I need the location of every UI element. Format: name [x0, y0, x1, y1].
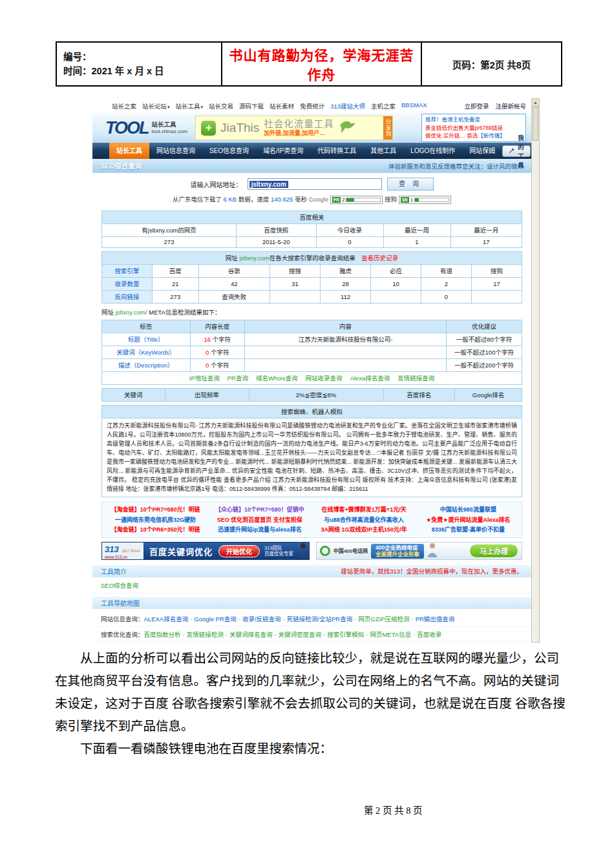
scrollbar-up-button[interactable]: ▲: [532, 99, 539, 107]
meta-tag-cell[interactable]: 描述（Description）: [102, 358, 191, 371]
nav-tab[interactable]: 域名/IP类查询: [256, 143, 310, 159]
text-ad-link[interactable]: 【淘金链】10个PR7=580元！明链: [103, 505, 207, 515]
baidu-value-cell: 1: [383, 236, 450, 247]
text-ad-link[interactable]: 与u88合作将高流量化作高收入: [312, 515, 416, 525]
nav-tab[interactable]: 其他工具: [363, 143, 403, 159]
login-link[interactable]: 立即登录: [464, 101, 489, 110]
nav-tab[interactable]: SEO信息查询: [202, 143, 256, 159]
banner-313-seo[interactable]: 313 SEO TEAM www.313.cn 百度关键词优化 开始优化 313…: [101, 542, 310, 560]
meta-footer-link[interactable]: 友情链接查询: [397, 375, 434, 382]
tool-link[interactable]: 死链接检测/全站PR查询: [287, 615, 352, 623]
text-ad-link[interactable]: 【众心链】10个PR7=580！促销中: [207, 505, 312, 515]
text-ad-link[interactable]: 【淘金链】10个PR6=350元！明链: [103, 525, 207, 535]
meta-header-cell: 标签: [102, 320, 191, 333]
meta-caption-domain[interactable]: jsltxny.com/: [116, 309, 147, 316]
topnav-link[interactable]: 站长工具▾: [176, 101, 204, 110]
sogou-rank-widget: SR 1: [399, 196, 451, 204]
register-link[interactable]: 注册新帐号: [495, 101, 526, 110]
topnav-link[interactable]: 主机之家: [371, 101, 396, 110]
operator-photo: [427, 542, 438, 560]
text-ad-link[interactable]: 8336广告联盟-高单价不扣量: [416, 525, 520, 535]
topnav-link[interactable]: 站长之家: [112, 101, 136, 110]
tool-link[interactable]: 网页GZIP压缩检测: [358, 615, 409, 623]
tool-link[interactable]: 关键词密度查询: [279, 631, 322, 638]
separator: -: [411, 615, 413, 623]
tool-link[interactable]: Google PR查询: [194, 615, 236, 623]
share-ribbon[interactable]: 分享到: [383, 116, 392, 140]
main-navbar: 站长工具网站信息查询SEO信息查询域名/IP类查询代码转换工具其他工具LOGO在…: [92, 143, 531, 159]
meta-footer-link[interactable]: PR查询: [228, 375, 248, 382]
topnav-link[interactable]: 站长论坛▾: [142, 101, 170, 110]
meta-content-cell: [245, 346, 447, 358]
meta-footer-link[interactable]: 域名Whois查询: [256, 375, 297, 382]
text-ad-link[interactable]: ★免费★提升网站流量Alexa排名: [416, 515, 520, 525]
query-button[interactable]: 查 询: [387, 178, 434, 191]
tool-link[interactable]: 百度指数分析: [144, 631, 181, 638]
text-ad-link[interactable]: 一通网络东莞电信机房32G硬防: [103, 515, 207, 525]
meta-tag-cell[interactable]: 关键词（KeyWords）: [102, 346, 191, 358]
tool-link-row: 网站信息查询：ALEXA排名查询-Google PR查询-收录/反链查询-死链接…: [92, 611, 531, 626]
scrollbar[interactable]: ▲: [531, 98, 540, 643]
nav-tab[interactable]: LOGO在线制作: [403, 143, 462, 159]
topnav-link[interactable]: 313建站大师: [330, 101, 365, 110]
tool-intro-label[interactable]: 工具简介: [101, 566, 127, 576]
text-ad-link[interactable]: 迅速提升网站ip流量与alexa排名: [207, 525, 312, 535]
engine-title-domain[interactable]: jsltxny.com: [239, 254, 269, 262]
text-ad-link[interactable]: SEO 优化到百度首页 支付宝担保: [207, 515, 312, 525]
engine-name-cell: 必应: [371, 264, 421, 277]
baidu-header-cell: 今日收录: [316, 223, 383, 236]
promo-box[interactable]: 推荐！香港主机免备案 黄金链低价出售大量pr6789链接 做优化 买外链… 首选…: [421, 114, 526, 142]
tool-intro-ad[interactable]: 建站更简单，就找313！全国分销商招募中，现在加入，更多优惠。: [341, 566, 523, 575]
meta-footer-link[interactable]: Alexa排名查询: [350, 375, 390, 382]
tool-link-row: 搜索优化查询：百度指数分析-友情链接检测-关键词排名查询-关键词密度查询-搜索引…: [92, 626, 531, 642]
topnav-link[interactable]: 免费统计: [300, 101, 324, 110]
seo-query-link[interactable]: SEO综合查询: [92, 577, 531, 594]
meta-data-row: 标题（Title）16 个字符江苏力天新能源科技股份有限公司-一般不超过80个字…: [102, 333, 522, 346]
nav-map-label[interactable]: 工具导航地图: [101, 598, 140, 608]
tool-link[interactable]: 友情链接检测: [187, 631, 224, 638]
tool-link[interactable]: PR输出值查询: [416, 615, 455, 623]
engine-header-row: 搜索引擎百度谷歌搜搜雅虎必应有道搜狗: [102, 264, 522, 277]
engine-data-row: 收录数量2142312810217: [102, 277, 522, 290]
banner-400-phone[interactable]: 中国400电话网 400企业热线电话 全面提升企业形象 马上办理: [316, 542, 522, 560]
banner-313-button[interactable]: 开始优化: [218, 545, 260, 557]
text-ad-link[interactable]: 在线博客+微博群发1万篇=1元/天: [312, 505, 416, 515]
baidu-table: 百度相关有jsltxny.com的网页百度快照今日收录最近一周最近一月27320…: [101, 211, 522, 248]
engine-data-row: 反向链接273查询失败1120: [102, 290, 522, 303]
scrollbar-thumb[interactable]: [533, 107, 538, 141]
nav-tab[interactable]: 网站信息查询: [149, 143, 202, 159]
topnav-link[interactable]: 站长素材: [270, 101, 294, 110]
my-tools-button[interactable]: 我的工具: [502, 145, 531, 157]
banner-400-button[interactable]: 马上办理: [469, 544, 518, 558]
url-input-label: 请输入网站地址：: [191, 180, 242, 189]
meta-footer-link[interactable]: IP地址查询: [189, 375, 220, 382]
seo-query-bar: SEO综合查询 体验新服务和意见反馈推荐您关注：设计风的微博: [92, 159, 531, 173]
meta-footer-link[interactable]: 网站收录查询: [305, 375, 342, 382]
tool-link[interactable]: 收录/反链查询: [242, 615, 281, 623]
nav-tab[interactable]: 网站保姆: [462, 143, 502, 159]
text-ad-link[interactable]: 3A网络 1G双线双IP主机150元/年: [312, 525, 416, 535]
tool-link[interactable]: ALEXA排名查询: [144, 615, 189, 623]
history-link[interactable]: 查看历史记录: [361, 254, 398, 262]
text-ad-column: 在线博客+微博群发1万篇=1元/天与u88合作将高流量化作高收入3A网络 1G双…: [312, 505, 416, 535]
meta-tag-cell[interactable]: 标题（Title）: [102, 333, 191, 346]
keyword-table: 关键词出现频率2%≦密度≦8%百度排名Google排名: [101, 388, 522, 402]
jiathis-banner[interactable]: + JiaThis 社会化流量工具 加外链,加流量,加用户… 分享到: [195, 116, 393, 140]
url-input[interactable]: jsltxny.com: [248, 178, 382, 190]
meta-length-cell: 16 个字符: [190, 333, 245, 346]
baidu-header-cell: 有jsltxny.com的网页: [102, 223, 237, 236]
topnav-link[interactable]: 源码下载: [239, 101, 264, 110]
tool-logo[interactable]: TOOL 站长工具 tool.chinaz.com: [105, 118, 187, 138]
nav-tab-active[interactable]: 站长工具: [109, 143, 149, 159]
doc-page-info: 页码：第2页 共8页: [421, 42, 562, 86]
tool-link[interactable]: 关键词排名查询: [229, 631, 273, 638]
topnav-link[interactable]: 站长交易: [209, 101, 233, 110]
meta-advice-cell: 一般不超过80个字符: [447, 333, 522, 346]
tool-link[interactable]: 网页META信息: [370, 631, 411, 638]
nav-tab[interactable]: 代码转换工具: [310, 143, 363, 159]
tool-link[interactable]: 搜索引擎模拟: [327, 631, 364, 638]
topnav-link[interactable]: BBSMAX: [401, 101, 427, 110]
text-ad-link[interactable]: 中国站长985流量联盟: [416, 505, 520, 515]
seo-bar-notice[interactable]: 体验新服务和意见反馈推荐您关注：设计风的微博: [388, 161, 524, 170]
tool-link[interactable]: 百度收录: [417, 631, 441, 638]
